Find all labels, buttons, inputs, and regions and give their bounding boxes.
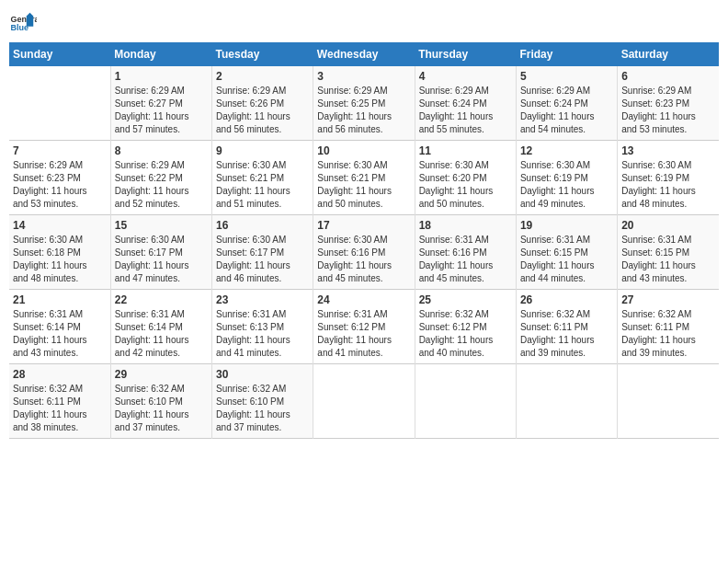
day-info: Sunrise: 6:31 AM Sunset: 6:14 PM Dayligh…	[115, 308, 208, 360]
day-number: 21	[13, 293, 107, 306]
day-number: 28	[13, 368, 107, 381]
calendar-day-cell: 17Sunrise: 6:30 AM Sunset: 6:16 PM Dayli…	[313, 215, 415, 290]
day-info: Sunrise: 6:30 AM Sunset: 6:20 PM Dayligh…	[419, 159, 512, 211]
day-number: 24	[317, 293, 410, 306]
day-number: 2	[216, 70, 309, 83]
calendar-day-cell: 4Sunrise: 6:29 AM Sunset: 6:24 PM Daylig…	[415, 66, 516, 141]
day-info: Sunrise: 6:30 AM Sunset: 6:21 PM Dayligh…	[216, 159, 309, 211]
calendar-day-cell: 15Sunrise: 6:30 AM Sunset: 6:17 PM Dayli…	[110, 215, 211, 290]
calendar-day-cell	[415, 364, 516, 439]
day-info: Sunrise: 6:29 AM Sunset: 6:24 PM Dayligh…	[419, 85, 512, 136]
weekday-header: Sunday	[9, 42, 110, 66]
calendar-day-cell: 7Sunrise: 6:29 AM Sunset: 6:23 PM Daylig…	[9, 141, 110, 215]
day-info: Sunrise: 6:30 AM Sunset: 6:21 PM Dayligh…	[317, 159, 410, 211]
calendar-day-cell: 12Sunrise: 6:30 AM Sunset: 6:19 PM Dayli…	[516, 141, 617, 215]
calendar-day-cell: 10Sunrise: 6:30 AM Sunset: 6:21 PM Dayli…	[313, 141, 415, 215]
calendar-day-cell: 14Sunrise: 6:30 AM Sunset: 6:18 PM Dayli…	[9, 215, 110, 290]
day-info: Sunrise: 6:29 AM Sunset: 6:27 PM Dayligh…	[115, 85, 208, 136]
calendar-day-cell: 28Sunrise: 6:32 AM Sunset: 6:11 PM Dayli…	[9, 364, 110, 439]
day-number: 30	[216, 368, 309, 381]
calendar-day-cell: 2Sunrise: 6:29 AM Sunset: 6:26 PM Daylig…	[212, 66, 313, 141]
calendar-day-cell: 13Sunrise: 6:30 AM Sunset: 6:19 PM Dayli…	[618, 141, 719, 215]
calendar-day-cell	[618, 364, 719, 439]
calendar-day-cell: 18Sunrise: 6:31 AM Sunset: 6:16 PM Dayli…	[415, 215, 516, 290]
calendar-day-cell: 19Sunrise: 6:31 AM Sunset: 6:15 PM Dayli…	[516, 215, 617, 290]
day-number: 6	[621, 70, 715, 83]
day-number: 19	[520, 219, 613, 232]
calendar-day-cell: 9Sunrise: 6:30 AM Sunset: 6:21 PM Daylig…	[212, 141, 313, 215]
day-info: Sunrise: 6:29 AM Sunset: 6:23 PM Dayligh…	[13, 159, 107, 211]
weekday-header: Wednesday	[313, 42, 415, 66]
weekday-header: Tuesday	[212, 42, 313, 66]
day-number: 23	[216, 293, 309, 306]
day-number: 1	[115, 70, 208, 83]
day-info: Sunrise: 6:30 AM Sunset: 6:19 PM Dayligh…	[621, 159, 715, 211]
day-info: Sunrise: 6:29 AM Sunset: 6:24 PM Dayligh…	[520, 85, 613, 136]
day-number: 22	[115, 293, 208, 306]
day-info: Sunrise: 6:31 AM Sunset: 6:15 PM Dayligh…	[520, 234, 613, 285]
page-header: General Blue	[9, 9, 719, 37]
day-info: Sunrise: 6:30 AM Sunset: 6:18 PM Dayligh…	[13, 234, 107, 285]
calendar-day-cell: 23Sunrise: 6:31 AM Sunset: 6:13 PM Dayli…	[212, 290, 313, 364]
calendar-day-cell	[313, 364, 415, 439]
day-number: 26	[520, 293, 613, 306]
day-info: Sunrise: 6:30 AM Sunset: 6:19 PM Dayligh…	[520, 159, 613, 211]
calendar-day-cell	[9, 66, 110, 141]
day-info: Sunrise: 6:32 AM Sunset: 6:12 PM Dayligh…	[419, 308, 512, 360]
svg-text:Blue: Blue	[11, 23, 29, 32]
day-info: Sunrise: 6:31 AM Sunset: 6:15 PM Dayligh…	[621, 234, 715, 285]
day-number: 11	[419, 144, 512, 157]
calendar-day-cell: 30Sunrise: 6:32 AM Sunset: 6:10 PM Dayli…	[212, 364, 313, 439]
day-number: 25	[419, 293, 512, 306]
day-info: Sunrise: 6:29 AM Sunset: 6:22 PM Dayligh…	[115, 159, 208, 211]
day-info: Sunrise: 6:29 AM Sunset: 6:23 PM Dayligh…	[621, 85, 715, 136]
day-number: 17	[317, 219, 410, 232]
calendar-day-cell: 25Sunrise: 6:32 AM Sunset: 6:12 PM Dayli…	[415, 290, 516, 364]
day-info: Sunrise: 6:31 AM Sunset: 6:12 PM Dayligh…	[317, 308, 410, 360]
day-info: Sunrise: 6:32 AM Sunset: 6:11 PM Dayligh…	[13, 383, 107, 434]
calendar-day-cell: 3Sunrise: 6:29 AM Sunset: 6:25 PM Daylig…	[313, 66, 415, 141]
logo-icon: General Blue	[9, 9, 37, 37]
weekday-header: Saturday	[618, 42, 719, 66]
calendar-day-cell: 24Sunrise: 6:31 AM Sunset: 6:12 PM Dayli…	[313, 290, 415, 364]
day-number: 12	[520, 144, 613, 157]
day-info: Sunrise: 6:30 AM Sunset: 6:17 PM Dayligh…	[216, 234, 309, 285]
logo: General Blue	[9, 9, 40, 37]
weekday-header-row: SundayMondayTuesdayWednesdayThursdayFrid…	[9, 42, 719, 66]
day-info: Sunrise: 6:32 AM Sunset: 6:10 PM Dayligh…	[216, 383, 309, 434]
calendar-week-row: 28Sunrise: 6:32 AM Sunset: 6:11 PM Dayli…	[9, 364, 719, 439]
day-number: 14	[13, 219, 107, 232]
calendar-day-cell: 8Sunrise: 6:29 AM Sunset: 6:22 PM Daylig…	[110, 141, 211, 215]
day-number: 8	[115, 144, 208, 157]
calendar-week-row: 7Sunrise: 6:29 AM Sunset: 6:23 PM Daylig…	[9, 141, 719, 215]
day-number: 4	[419, 70, 512, 83]
day-info: Sunrise: 6:30 AM Sunset: 6:16 PM Dayligh…	[317, 234, 410, 285]
day-info: Sunrise: 6:32 AM Sunset: 6:11 PM Dayligh…	[520, 308, 613, 360]
calendar-week-row: 14Sunrise: 6:30 AM Sunset: 6:18 PM Dayli…	[9, 215, 719, 290]
day-info: Sunrise: 6:31 AM Sunset: 6:16 PM Dayligh…	[419, 234, 512, 285]
day-number: 3	[317, 70, 410, 83]
day-number: 15	[115, 219, 208, 232]
day-number: 5	[520, 70, 613, 83]
day-info: Sunrise: 6:31 AM Sunset: 6:13 PM Dayligh…	[216, 308, 309, 360]
calendar-day-cell: 6Sunrise: 6:29 AM Sunset: 6:23 PM Daylig…	[618, 66, 719, 141]
calendar-day-cell: 27Sunrise: 6:32 AM Sunset: 6:11 PM Dayli…	[618, 290, 719, 364]
weekday-header: Thursday	[415, 42, 516, 66]
weekday-header: Monday	[110, 42, 211, 66]
calendar-day-cell: 5Sunrise: 6:29 AM Sunset: 6:24 PM Daylig…	[516, 66, 617, 141]
calendar-day-cell: 29Sunrise: 6:32 AM Sunset: 6:10 PM Dayli…	[110, 364, 211, 439]
calendar-day-cell: 22Sunrise: 6:31 AM Sunset: 6:14 PM Dayli…	[110, 290, 211, 364]
day-number: 27	[621, 293, 715, 306]
calendar-day-cell	[516, 364, 617, 439]
day-info: Sunrise: 6:30 AM Sunset: 6:17 PM Dayligh…	[115, 234, 208, 285]
day-number: 10	[317, 144, 410, 157]
calendar-week-row: 1Sunrise: 6:29 AM Sunset: 6:27 PM Daylig…	[9, 66, 719, 141]
day-number: 29	[115, 368, 208, 381]
day-number: 16	[216, 219, 309, 232]
weekday-header: Friday	[516, 42, 617, 66]
day-info: Sunrise: 6:31 AM Sunset: 6:14 PM Dayligh…	[13, 308, 107, 360]
day-info: Sunrise: 6:29 AM Sunset: 6:26 PM Dayligh…	[216, 85, 309, 136]
calendar-day-cell: 21Sunrise: 6:31 AM Sunset: 6:14 PM Dayli…	[9, 290, 110, 364]
day-info: Sunrise: 6:32 AM Sunset: 6:11 PM Dayligh…	[621, 308, 715, 360]
day-info: Sunrise: 6:32 AM Sunset: 6:10 PM Dayligh…	[115, 383, 208, 434]
